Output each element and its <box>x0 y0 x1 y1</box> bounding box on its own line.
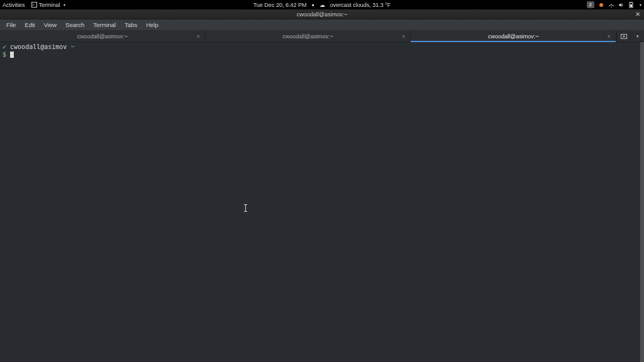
window-titlebar[interactable]: cwoodall@asimov:~ ✕ <box>0 9 644 19</box>
prompt-path: ~ <box>70 43 74 50</box>
menu-terminal[interactable]: Terminal <box>89 20 119 30</box>
menu-file[interactable]: File <box>3 20 19 30</box>
app-menu-label: Terminal <box>39 2 60 8</box>
menu-tabs[interactable]: Tabs <box>121 20 141 30</box>
clock[interactable]: Tue Dec 20, 6:42 PM <box>253 2 307 8</box>
tab-label: cwoodall@asimov:~ <box>488 33 538 40</box>
tab-menu-button[interactable]: ▾ <box>630 31 644 41</box>
network-icon[interactable] <box>608 2 614 8</box>
tab-label: cwoodall@asimov:~ <box>282 33 333 40</box>
svg-rect-0 <box>31 2 36 7</box>
weather-text[interactable]: overcast clouds, 31.3 °F <box>330 2 391 8</box>
svg-rect-4 <box>630 4 632 7</box>
tab-1[interactable]: cwoodall@asimov:~ × <box>206 31 411 41</box>
prompt-symbol: $ <box>3 51 6 58</box>
tab-0[interactable]: cwoodall@asimov:~ × <box>0 31 206 41</box>
tab-bar: cwoodall@asimov:~ × cwoodall@asimov:~ × … <box>0 31 644 42</box>
text-cursor-ibeam-icon <box>245 204 246 212</box>
window-title: cwoodall@asimov:~ <box>297 11 347 18</box>
status-orange-icon[interactable] <box>598 2 604 8</box>
volume-icon[interactable] <box>618 2 625 8</box>
battery-icon[interactable] <box>628 2 635 8</box>
tab-close-icon[interactable]: × <box>196 33 199 40</box>
tab-label: cwoodall@asimov:~ <box>77 33 128 40</box>
gnome-top-bar: Activities Terminal ▾ Tue Dec 20, 6:42 P… <box>0 0 644 9</box>
tab-close-icon[interactable]: × <box>402 33 405 40</box>
svg-rect-3 <box>631 2 632 3</box>
scrollbar[interactable] <box>640 42 644 362</box>
terminal-output: ✓ cwoodall@asimov ~ $ <box>0 42 644 362</box>
window-close-button[interactable]: ✕ <box>635 11 640 18</box>
app-menu[interactable]: Terminal ▾ <box>31 2 65 8</box>
workspace-indicator[interactable]: 2 <box>587 1 594 8</box>
tab-2[interactable]: cwoodall@asimov:~ × <box>411 31 616 41</box>
app-menubar: File Edit View Search Terminal Tabs Help <box>0 19 644 31</box>
weather-icon: ☁ <box>319 2 325 8</box>
new-tab-icon <box>621 33 627 40</box>
activities-button[interactable]: Activities <box>3 2 25 8</box>
new-tab-button[interactable] <box>616 31 630 41</box>
menu-view[interactable]: View <box>40 20 60 30</box>
prompt-userhost: cwoodall@asimov <box>10 43 67 50</box>
chevron-down-icon: ▾ <box>636 34 639 39</box>
tab-close-icon[interactable]: × <box>608 33 611 40</box>
prompt-status-icon: ✓ <box>3 43 6 50</box>
menu-help[interactable]: Help <box>142 20 162 30</box>
terminal-cursor <box>10 52 14 58</box>
menu-search[interactable]: Search <box>62 20 88 30</box>
notification-dot-icon: ● <box>311 3 314 7</box>
terminal-icon <box>31 2 37 8</box>
terminal-viewport[interactable]: ✓ cwoodall@asimov ~ $ <box>0 42 644 362</box>
svg-point-1 <box>611 6 612 8</box>
menu-edit[interactable]: Edit <box>21 20 38 30</box>
system-menu-chevron-icon[interactable]: ▾ <box>640 3 641 7</box>
chevron-down-icon: ▾ <box>64 3 65 7</box>
